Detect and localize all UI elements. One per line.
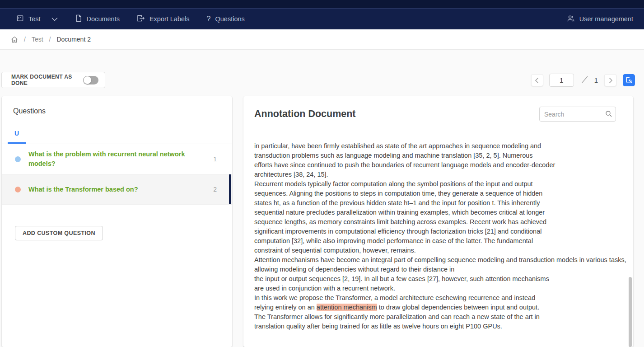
nav-item-export-labels[interactable]: Export Labels (131, 9, 195, 30)
export-icon (137, 14, 145, 23)
page-number-input[interactable] (549, 74, 574, 87)
nav-item-label: Documents (87, 15, 120, 23)
breadcrumb: / Test / Document 2 (0, 29, 644, 50)
document-line: in particular, have been firmly establis… (254, 141, 628, 151)
question-text: What is the problem with recurrent neura… (28, 150, 193, 169)
document-line: the input or output sequences [2, 19]. I… (254, 274, 628, 284)
document-line: sequences. Aligning the positions to ste… (254, 189, 628, 198)
question-color-dot (15, 156, 21, 162)
question-text: What is the Transformer based on? (28, 185, 193, 194)
question-row[interactable]: What is the problem with recurrent neura… (2, 144, 232, 174)
document-line: Attention mechanisms have become an inte… (254, 255, 628, 265)
document-line: sequential nature precludes parallelizat… (254, 208, 628, 217)
document-line: computation [32], while also improving m… (254, 236, 628, 246)
document-line: architectures [38, 24, 15]. (254, 170, 628, 179)
questions-panel-title: Questions (2, 96, 232, 115)
document-line: transduction problems such as language m… (254, 151, 628, 160)
document-icon (75, 14, 82, 23)
annotation-document-panel: Annotation Document in particular, have … (243, 96, 633, 347)
highlighted-span[interactable]: attention mechanism (317, 304, 377, 311)
nav-item-label: Export Labels (149, 15, 190, 23)
breadcrumb-item-test[interactable]: Test (32, 36, 43, 43)
breadcrumb-item-current: Document 2 (56, 36, 90, 43)
document-panel-header: Annotation Document (243, 96, 633, 122)
document-line: allowing modeling of dependencies withou… (254, 265, 628, 274)
home-icon[interactable] (11, 36, 18, 43)
question-list: What is the problem with recurrent neura… (2, 144, 232, 205)
select-text-button[interactable] (623, 74, 635, 86)
document-scrollbar-thumb[interactable] (629, 277, 632, 347)
main-navbar: Test Documents (0, 8, 644, 29)
breadcrumb-separator: / (49, 36, 51, 43)
nav-item-documents[interactable]: Documents (70, 9, 125, 30)
search-box (539, 107, 616, 122)
selected-indicator-bar (229, 174, 231, 204)
mark-done-toggle[interactable] (83, 76, 98, 84)
question-number: 1 (213, 155, 223, 163)
slash-icon (581, 75, 589, 86)
nav-item-label: Questions (215, 15, 245, 23)
document-line: translation quality after being trained … (254, 322, 628, 331)
mark-done-card: MARK DOCUMENT AS DONE (1, 72, 105, 88)
mark-done-label: MARK DOCUMENT AS DONE (11, 74, 83, 86)
nav-item-questions[interactable]: ? Questions (201, 9, 250, 30)
add-custom-question-button[interactable]: ADD CUSTOM QUESTION (15, 226, 103, 240)
select-text-icon (625, 76, 633, 85)
top-strip (0, 0, 644, 8)
questions-panel: Questions U What is the problem with rec… (2, 96, 232, 347)
document-line: Recurrent models typically factor comput… (254, 179, 628, 189)
users-icon (567, 15, 575, 23)
document-line: In this work we propose the Transformer,… (254, 293, 628, 303)
navbar-left: Test Documents (11, 9, 250, 30)
document-line: efforts have since continued to push the… (254, 160, 628, 170)
chevron-down-icon (51, 15, 58, 23)
user-management-label: User management (579, 15, 633, 23)
question-color-dot (15, 187, 21, 192)
question-number: 2 (213, 186, 223, 193)
document-line: The Transformer allows for significantly… (254, 312, 628, 322)
search-icon[interactable] (605, 110, 612, 119)
next-page-button[interactable] (604, 74, 616, 86)
pagination-controls: 1 (531, 74, 635, 87)
document-panel-title: Annotation Document (254, 108, 356, 120)
document-line: significant improvements in computationa… (254, 227, 628, 236)
question-mark-icon: ? (207, 15, 211, 23)
document-line: are used in conjunction with a recurrent… (254, 284, 628, 293)
total-pages: 1 (594, 76, 598, 84)
nav-item-project[interactable]: Test (11, 9, 63, 30)
document-line: states ht, as a function of the previous… (254, 198, 628, 208)
breadcrumb-separator: / (24, 36, 26, 43)
document-line: constraint of sequential computation, ho… (254, 246, 628, 255)
document-line: sequence lengths, as memory constraints … (254, 217, 628, 227)
previous-page-button[interactable] (531, 74, 543, 86)
toggle-knob (84, 76, 91, 84)
project-board-icon (16, 14, 24, 23)
nav-item-label: Test (28, 15, 41, 23)
question-row[interactable]: What is the Transformer based on?2 (2, 174, 232, 205)
document-line: relying entirely on an attention mechani… (254, 303, 628, 312)
search-input[interactable] (539, 107, 616, 122)
tab-u[interactable]: U (8, 125, 26, 144)
nav-item-user-management[interactable]: User management (567, 15, 633, 23)
app-window: Test Documents (0, 0, 644, 347)
questions-tabs: U (2, 125, 232, 144)
document-text[interactable]: in particular, have been firmly establis… (254, 141, 628, 331)
